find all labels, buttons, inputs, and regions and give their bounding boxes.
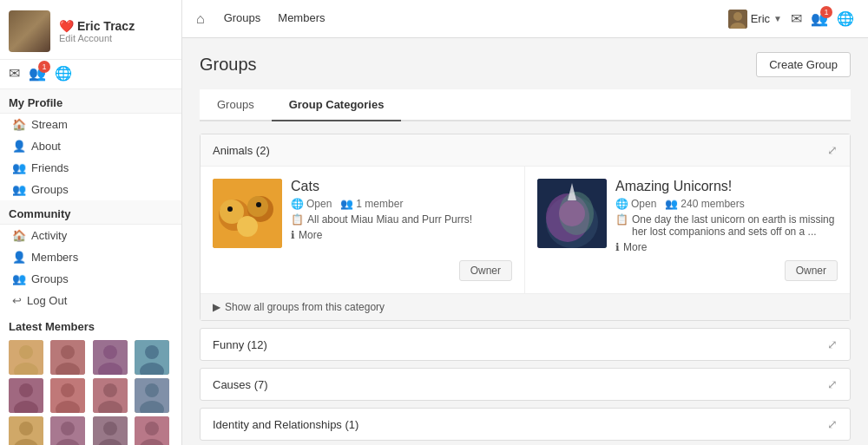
svg-point-10 xyxy=(145,345,159,359)
member-avatar[interactable] xyxy=(50,340,85,375)
expand-identity-icon[interactable]: ⤢ xyxy=(827,417,838,431)
sidebar-item-stream[interactable]: 🏠 Stream xyxy=(0,114,181,135)
members-grid xyxy=(9,340,173,445)
top-nav-avatar xyxy=(728,10,747,29)
avatar xyxy=(9,10,50,52)
category-funny[interactable]: Funny (12) ⤢ xyxy=(200,328,851,361)
svg-point-7 xyxy=(103,345,117,359)
group-name-unicorns[interactable]: Amazing Unicorns! xyxy=(615,179,838,194)
sidebar-item-about[interactable]: 👤 About xyxy=(0,135,181,157)
table-icon-u: 📋 xyxy=(615,213,628,226)
info-icon: ℹ xyxy=(291,229,295,241)
globe-icon[interactable]: 🌐 xyxy=(55,65,72,82)
expand-funny-icon[interactable]: ⤢ xyxy=(827,337,838,351)
top-nav-groups[interactable]: Groups xyxy=(215,1,270,36)
svg-point-4 xyxy=(61,345,75,359)
show-all-animals[interactable]: ▶ Show all groups from this category xyxy=(201,293,850,320)
svg-point-37 xyxy=(733,12,742,21)
sidebar-item-friends[interactable]: 👥 Friends xyxy=(0,157,181,179)
expand-causes-icon[interactable]: ⤢ xyxy=(827,377,838,391)
page-content: Groups Create Group Groups Group Categor… xyxy=(182,38,868,445)
group-name-cats[interactable]: Cats xyxy=(291,179,512,194)
group-info-cats: Cats 🌐 Open 👥 1 member xyxy=(291,179,512,253)
svg-point-25 xyxy=(19,422,33,435)
sidebar-item-activity[interactable]: 🏠 Activity xyxy=(0,225,181,246)
group-meta-unicorns: 🌐 Open 👥 240 members xyxy=(615,198,838,210)
group-more-cats[interactable]: ℹ More xyxy=(291,229,512,241)
mail-icon[interactable]: ✉ xyxy=(9,65,20,82)
category-animals-header[interactable]: Animals (2) ⤢ xyxy=(201,134,850,167)
member-avatar[interactable] xyxy=(93,340,128,375)
heart-icon: ❤️ xyxy=(59,19,74,33)
category-identity-title: Identity and Relationships (1) xyxy=(213,418,358,431)
svg-point-34 xyxy=(145,422,159,435)
edit-account-link[interactable]: Edit Account xyxy=(59,33,173,43)
groups-community-icon: 👥 xyxy=(12,272,26,285)
member-avatar[interactable] xyxy=(93,378,128,413)
create-group-button[interactable]: Create Group xyxy=(756,52,851,77)
member-avatar[interactable] xyxy=(9,378,43,413)
table-icon: 📋 xyxy=(291,213,304,226)
sidebar-item-members[interactable]: 👤 Members xyxy=(0,246,181,268)
tab-group-categories[interactable]: Group Categories xyxy=(272,89,402,121)
category-animals: Animals (2) ⤢ xyxy=(200,134,851,321)
svg-point-46 xyxy=(256,202,261,207)
category-animals-title: Animals (2) xyxy=(213,144,270,157)
member-avatar[interactable] xyxy=(9,340,43,375)
member-avatar[interactable] xyxy=(9,416,43,445)
globe-small-icon-u: 🌐 xyxy=(615,198,628,210)
latest-members-title: Latest Members xyxy=(9,320,173,333)
member-avatar[interactable] xyxy=(93,416,128,445)
groups-sidebar-icon: 👥 xyxy=(12,183,26,196)
sidebar-item-groups-community[interactable]: 👥 Groups xyxy=(0,268,181,290)
top-nav-username: Eric xyxy=(751,12,770,25)
user-header: ❤️ Eric Tracz Edit Account xyxy=(0,0,181,60)
top-nav-home[interactable]: ⌂ xyxy=(196,11,205,27)
owner-button-unicorns[interactable]: Owner xyxy=(785,260,838,281)
group-info-unicorns: Amazing Unicorns! 🌐 Open 👥 240 members xyxy=(615,179,838,253)
friends-notification-badge: 1 xyxy=(38,61,50,73)
person-icon: 👤 xyxy=(12,140,26,153)
group-members-unicorns: 👥 240 members xyxy=(665,198,744,210)
top-nav-globe-icon[interactable]: 🌐 xyxy=(837,10,854,27)
page-title: Groups xyxy=(200,55,257,75)
svg-point-16 xyxy=(61,383,75,397)
user-name: ❤️ Eric Tracz xyxy=(59,19,173,33)
owner-button-cats[interactable]: Owner xyxy=(459,260,512,281)
member-avatar[interactable] xyxy=(135,378,169,413)
svg-point-22 xyxy=(145,383,159,397)
globe-small-icon: 🌐 xyxy=(291,198,304,210)
group-card-unicorns: Amazing Unicorns! 🌐 Open 👥 240 members xyxy=(525,167,850,293)
group-more-unicorns[interactable]: ℹ More xyxy=(615,241,838,253)
group-card-cats: Cats 🌐 Open 👥 1 member xyxy=(201,167,525,293)
top-nav-members[interactable]: Members xyxy=(269,1,333,36)
top-nav-notification-badge: 1 xyxy=(820,6,832,18)
triangle-right-icon: ▶ xyxy=(213,301,220,313)
member-avatar[interactable] xyxy=(135,416,169,445)
tabs-row: Groups Group Categories xyxy=(200,89,851,121)
top-nav-mail-icon[interactable]: ✉ xyxy=(791,10,802,27)
friends-icon[interactable]: 👥 1 xyxy=(29,65,46,82)
top-nav: ⌂ Groups Members Eric ▼ ✉ 👥 1 🌐 xyxy=(182,0,868,38)
category-identity[interactable]: Identity and Relationships (1) ⤢ xyxy=(200,408,851,441)
member-avatar[interactable] xyxy=(135,340,169,375)
top-nav-user[interactable]: Eric ▼ xyxy=(728,10,782,29)
category-funny-title: Funny (12) xyxy=(213,338,267,351)
member-avatar[interactable] xyxy=(50,378,85,413)
group-desc-unicorns: 📋 One day the last unicorn on earth is m… xyxy=(615,213,838,238)
group-thumb-cats xyxy=(213,179,282,248)
svg-point-13 xyxy=(19,383,33,397)
sidebar-item-logout[interactable]: ↩ Log Out xyxy=(0,290,181,311)
tab-groups[interactable]: Groups xyxy=(200,89,272,121)
svg-point-28 xyxy=(61,422,75,435)
group-members-cats: 👥 1 member xyxy=(340,198,403,210)
top-nav-notifications-icon[interactable]: 👥 1 xyxy=(811,10,828,27)
category-causes[interactable]: Causes (7) ⤢ xyxy=(200,368,851,401)
activity-icon: 🏠 xyxy=(12,229,26,242)
category-causes-title: Causes (7) xyxy=(213,378,268,391)
logout-icon: ↩ xyxy=(12,294,22,307)
collapse-icon[interactable]: ⤢ xyxy=(827,143,838,157)
sidebar-item-groups-profile[interactable]: 👥 Groups xyxy=(0,179,181,200)
svg-point-31 xyxy=(103,422,117,435)
member-avatar[interactable] xyxy=(50,416,85,445)
